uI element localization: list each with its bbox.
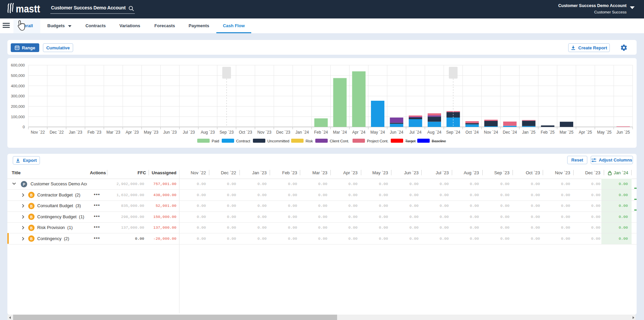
svg-text:Feb `25: Feb `25 <box>541 130 555 135</box>
svg-text:Mar `24: Mar `24 <box>333 130 347 135</box>
svg-text:Oct `23: Oct `23 <box>239 130 252 135</box>
svg-text:400,000: 400,000 <box>11 84 25 88</box>
svg-text:Jul `23: Jul `23 <box>183 130 195 135</box>
svg-text:Mar `23: Mar `23 <box>106 130 120 135</box>
svg-text:Dec `23: Dec `23 <box>276 130 290 135</box>
svg-text:Jan `24: Jan `24 <box>296 130 309 135</box>
svg-text:Project Cont.: Project Cont. <box>367 139 388 143</box>
svg-text:Jun `25: Jun `25 <box>616 130 630 135</box>
svg-text:Apr `25: Apr `25 <box>579 130 592 135</box>
svg-text:Sep `23: Sep `23 <box>220 130 234 135</box>
svg-text:Jan `25: Jan `25 <box>522 130 535 135</box>
svg-text:May `25: May `25 <box>597 130 612 135</box>
svg-text:Aug `23: Aug `23 <box>201 130 215 135</box>
svg-text:Jun `24: Jun `24 <box>390 130 403 135</box>
svg-text:Baseline: Baseline <box>432 139 446 143</box>
svg-text:May `24: May `24 <box>370 130 385 135</box>
svg-text:Feb `24: Feb `24 <box>314 130 328 135</box>
svg-text:Nov `24: Nov `24 <box>484 130 498 135</box>
svg-text:Oct `24: Oct `24 <box>466 130 479 135</box>
svg-text:500,000: 500,000 <box>11 74 25 78</box>
svg-text:Client Cont.: Client Cont. <box>330 139 349 143</box>
svg-text:Mar `25: Mar `25 <box>559 130 574 135</box>
svg-text:Target: Target <box>405 139 416 143</box>
svg-text:Risk: Risk <box>306 139 313 143</box>
svg-text:Nov `22: Nov `22 <box>31 130 45 135</box>
svg-text:Feb `23: Feb `23 <box>88 130 102 135</box>
svg-text:Paid: Paid <box>212 139 219 143</box>
svg-text:Jul `24: Jul `24 <box>410 130 422 135</box>
svg-text:600,000: 600,000 <box>11 63 25 67</box>
svg-text:Aug `24: Aug `24 <box>427 130 441 135</box>
svg-text:200,000: 200,000 <box>11 104 25 108</box>
svg-text:Dec `22: Dec `22 <box>50 130 64 135</box>
svg-text:Dec `24: Dec `24 <box>503 130 517 135</box>
svg-text:Nov `23: Nov `23 <box>257 130 271 135</box>
svg-text:300,000: 300,000 <box>11 94 25 98</box>
svg-text:0: 0 <box>23 125 25 129</box>
svg-text:Jan `23: Jan `23 <box>69 130 82 135</box>
svg-text:Uncommitted: Uncommitted <box>267 139 289 143</box>
svg-text:Apr `23: Apr `23 <box>125 130 139 135</box>
svg-text:Sep `24: Sep `24 <box>446 130 460 135</box>
svg-text:100,000: 100,000 <box>11 115 25 119</box>
svg-text:Apr `24: Apr `24 <box>352 130 366 135</box>
svg-text:Jun `23: Jun `23 <box>163 130 177 135</box>
svg-text:Contract: Contract <box>236 139 251 143</box>
svg-text:May `23: May `23 <box>144 130 159 135</box>
